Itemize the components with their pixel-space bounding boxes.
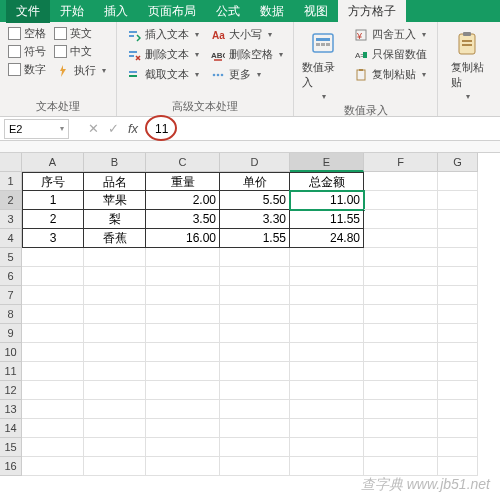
cell[interactable]	[364, 438, 438, 457]
cell[interactable]: 3	[22, 229, 84, 248]
col-header-B[interactable]: B	[84, 153, 146, 172]
cell[interactable]	[22, 457, 84, 476]
cell[interactable]	[438, 210, 478, 229]
cell[interactable]	[290, 362, 364, 381]
cell[interactable]	[438, 267, 478, 286]
cell[interactable]	[220, 305, 290, 324]
check-chinese[interactable]: 中文	[54, 44, 108, 59]
cell[interactable]: 1.55	[220, 229, 290, 248]
cell[interactable]	[290, 305, 364, 324]
tab-fangfang[interactable]: 方方格子	[338, 0, 406, 23]
cell[interactable]	[438, 286, 478, 305]
cell[interactable]	[364, 324, 438, 343]
tab-insert[interactable]: 插入	[94, 0, 138, 23]
cell[interactable]	[220, 267, 290, 286]
cell[interactable]	[84, 362, 146, 381]
cell[interactable]	[364, 305, 438, 324]
cell[interactable]	[84, 305, 146, 324]
row-header[interactable]: 9	[0, 324, 22, 343]
keep-value-button[interactable]: A=只保留数值	[352, 46, 429, 63]
cell[interactable]	[84, 419, 146, 438]
cell[interactable]: 24.80	[290, 229, 364, 248]
col-header-C[interactable]: C	[146, 153, 220, 172]
cell[interactable]	[22, 305, 84, 324]
check-space[interactable]: 空格	[8, 26, 46, 41]
cell[interactable]	[22, 362, 84, 381]
cell[interactable]	[220, 457, 290, 476]
cell[interactable]	[146, 343, 220, 362]
cell[interactable]: 2	[22, 210, 84, 229]
cell[interactable]	[438, 305, 478, 324]
cell[interactable]	[146, 457, 220, 476]
row-header[interactable]: 11	[0, 362, 22, 381]
cell[interactable]	[84, 343, 146, 362]
cell[interactable]: 单价	[220, 172, 290, 191]
cell[interactable]	[84, 381, 146, 400]
insert-text-button[interactable]: 插入文本	[125, 26, 201, 43]
cell[interactable]	[146, 362, 220, 381]
cell[interactable]	[220, 343, 290, 362]
cell[interactable]	[438, 248, 478, 267]
cell[interactable]	[84, 286, 146, 305]
file-tab[interactable]: 文件	[6, 0, 50, 23]
copy-paste-button[interactable]: 复制粘贴	[352, 66, 429, 83]
col-header-G[interactable]: G	[438, 153, 478, 172]
cell[interactable]	[146, 381, 220, 400]
row-header[interactable]: 3	[0, 210, 22, 229]
row-header[interactable]: 7	[0, 286, 22, 305]
cell[interactable]	[438, 457, 478, 476]
cell[interactable]: 2.00	[146, 191, 220, 210]
cell[interactable]	[22, 438, 84, 457]
row-header[interactable]: 1	[0, 172, 22, 191]
tab-view[interactable]: 视图	[294, 0, 338, 23]
tab-formulas[interactable]: 公式	[206, 0, 250, 23]
cell[interactable]: 5.50	[220, 191, 290, 210]
cell[interactable]: 1	[22, 191, 84, 210]
cell[interactable]	[364, 248, 438, 267]
row-header[interactable]: 6	[0, 267, 22, 286]
cell[interactable]	[438, 229, 478, 248]
cell[interactable]	[220, 381, 290, 400]
cell[interactable]: 香蕉	[84, 229, 146, 248]
cell[interactable]	[84, 324, 146, 343]
extract-text-button[interactable]: 截取文本	[125, 66, 201, 83]
cell[interactable]	[84, 400, 146, 419]
fx-icon[interactable]: fx	[123, 121, 143, 136]
cell[interactable]	[146, 286, 220, 305]
cell[interactable]	[290, 381, 364, 400]
cell[interactable]: 16.00	[146, 229, 220, 248]
cell[interactable]	[438, 324, 478, 343]
cancel-icon[interactable]: ✕	[83, 121, 103, 136]
row-header[interactable]: 10	[0, 343, 22, 362]
cell[interactable]	[290, 248, 364, 267]
row-header[interactable]: 12	[0, 381, 22, 400]
cell[interactable]: 11.55	[290, 210, 364, 229]
check-number[interactable]: 数字	[8, 62, 46, 77]
cell[interactable]	[438, 400, 478, 419]
cell[interactable]	[438, 172, 478, 191]
cell[interactable]	[290, 324, 364, 343]
row-header[interactable]: 4	[0, 229, 22, 248]
cell[interactable]	[220, 400, 290, 419]
cell[interactable]	[290, 457, 364, 476]
row-header[interactable]: 2	[0, 191, 22, 210]
cell[interactable]: 11.00	[290, 191, 364, 210]
value-input-button[interactable]: 数值录入	[302, 26, 344, 101]
col-header-E[interactable]: E	[290, 153, 364, 172]
cell[interactable]	[220, 248, 290, 267]
cell[interactable]	[220, 286, 290, 305]
cell[interactable]	[364, 362, 438, 381]
execute-button[interactable]: 执行	[54, 62, 108, 79]
formula-input[interactable]: 11	[143, 122, 500, 136]
cell[interactable]	[146, 419, 220, 438]
cell[interactable]	[364, 229, 438, 248]
cell[interactable]	[364, 210, 438, 229]
cell[interactable]	[438, 343, 478, 362]
cell[interactable]	[220, 419, 290, 438]
col-header-F[interactable]: F	[364, 153, 438, 172]
cell[interactable]	[22, 324, 84, 343]
cell[interactable]	[364, 419, 438, 438]
cell[interactable]	[220, 362, 290, 381]
cell[interactable]	[84, 457, 146, 476]
enter-icon[interactable]: ✓	[103, 121, 123, 136]
